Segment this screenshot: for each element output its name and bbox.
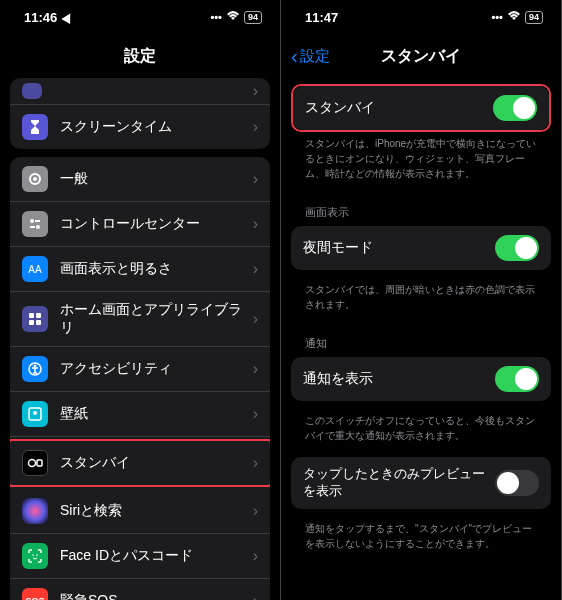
chevron-right-icon: › <box>253 502 258 520</box>
svg-rect-3 <box>35 220 40 222</box>
battery-icon: 94 <box>525 11 543 24</box>
show-notif-toggle[interactable] <box>495 366 539 392</box>
icon-partial <box>22 83 42 99</box>
row-faceid[interactable]: Face IDとパスコード › <box>10 534 270 579</box>
wifi-icon <box>226 11 240 23</box>
row-home[interactable]: ホーム画面とアプリライブラリ › <box>10 292 270 347</box>
settings-list[interactable]: › スクリーンタイム › 一般 › コン <box>0 78 280 600</box>
svg-rect-9 <box>29 320 34 325</box>
cellular-icon: ••• <box>210 11 222 23</box>
back-button[interactable]: ‹ 設定 <box>291 46 330 66</box>
clock: 11:47 <box>305 10 338 25</box>
chevron-right-icon: › <box>253 82 258 100</box>
standby-toggle[interactable] <box>493 95 537 121</box>
chevron-left-icon: ‹ <box>291 46 298 66</box>
row-preview-on-tap[interactable]: タップしたときのみプレビューを表示 <box>291 457 551 509</box>
svg-point-15 <box>29 460 36 467</box>
row-general[interactable]: 一般 › <box>10 157 270 202</box>
location-icon <box>62 11 75 24</box>
wifi-icon <box>507 11 521 23</box>
hourglass-icon <box>22 114 48 140</box>
status-bar: 11:46 ••• 94 <box>0 0 280 34</box>
row-night-mode[interactable]: 夜間モード <box>291 226 551 270</box>
svg-point-2 <box>30 219 34 223</box>
row-screentime[interactable]: スクリーンタイム › <box>10 105 270 149</box>
page-title: 設定 <box>124 46 156 67</box>
row-sos[interactable]: SOS 緊急SOS › <box>10 579 270 600</box>
row-partial[interactable]: › <box>10 78 270 105</box>
svg-text:AA: AA <box>28 264 42 275</box>
svg-rect-7 <box>29 313 34 318</box>
row-display[interactable]: AA 画面表示と明るさ › <box>10 247 270 292</box>
svg-rect-16 <box>37 460 42 466</box>
night-mode-toggle[interactable] <box>495 235 539 261</box>
cellular-icon: ••• <box>491 11 503 23</box>
row-show-notifications[interactable]: 通知を表示 <box>291 357 551 401</box>
chevron-right-icon: › <box>253 260 258 278</box>
svg-point-4 <box>36 225 40 229</box>
chevron-right-icon: › <box>253 405 258 423</box>
svg-point-18 <box>36 554 38 556</box>
section-display: 画面表示 <box>291 195 551 226</box>
chevron-right-icon: › <box>253 170 258 188</box>
chevron-right-icon: › <box>253 592 258 600</box>
gear-icon <box>22 166 48 192</box>
svg-point-12 <box>34 365 37 368</box>
row-standby[interactable]: スタンバイ › <box>10 439 270 487</box>
svg-point-14 <box>33 411 37 415</box>
standby-footer: スタンバイは、iPhoneが充電中で横向きになっているときにオンになり、ウィジェ… <box>291 132 551 195</box>
battery-icon: 94 <box>244 11 262 24</box>
svg-rect-10 <box>36 320 41 325</box>
settings-screen: 11:46 ••• 94 設定 › スクリー <box>0 0 281 600</box>
preview-footer: 通知をタップするまで、"スタンバイ"でプレビューを表示しないようにすることができ… <box>291 517 551 565</box>
night-footer: スタンバイでは、周囲が暗いときは赤の色調で表示されます。 <box>291 278 551 326</box>
row-standby-toggle[interactable]: スタンバイ <box>293 86 549 130</box>
chevron-right-icon: › <box>253 547 258 565</box>
navbar: ‹ 設定 スタンバイ <box>281 34 561 78</box>
standby-icon <box>22 450 48 476</box>
standby-list[interactable]: スタンバイ スタンバイは、iPhoneが充電中で横向きになっているときにオンにな… <box>281 78 561 600</box>
sliders-icon <box>22 211 48 237</box>
row-control-center[interactable]: コントロールセンター › <box>10 202 270 247</box>
accessibility-icon <box>22 356 48 382</box>
page-title: スタンバイ <box>381 46 461 67</box>
row-siri[interactable]: Siriと検索 › <box>10 489 270 534</box>
svg-point-17 <box>32 554 34 556</box>
standby-settings-screen: 11:47 ••• 94 ‹ 設定 スタンバイ スタンバイ <box>281 0 562 600</box>
row-wallpaper[interactable]: 壁紙 › <box>10 392 270 437</box>
chevron-right-icon: › <box>253 118 258 136</box>
section-notifications: 通知 <box>291 326 551 357</box>
grid-icon <box>22 306 48 332</box>
preview-toggle[interactable] <box>495 470 539 496</box>
show-notif-footer: このスイッチがオフになっていると、今後もスタンバイで重大な通知が表示されます。 <box>291 409 551 457</box>
svg-rect-8 <box>36 313 41 318</box>
status-bar: 11:47 ••• 94 <box>281 0 561 34</box>
chevron-right-icon: › <box>253 454 258 472</box>
svg-point-1 <box>33 177 37 181</box>
navbar: 設定 <box>0 34 280 78</box>
sos-icon: SOS <box>22 588 48 600</box>
chevron-right-icon: › <box>253 360 258 378</box>
chevron-right-icon: › <box>253 215 258 233</box>
siri-icon <box>22 498 48 524</box>
faceid-icon <box>22 543 48 569</box>
clock: 11:46 <box>24 10 57 25</box>
row-accessibility[interactable]: アクセシビリティ › <box>10 347 270 392</box>
brightness-icon: AA <box>22 256 48 282</box>
wallpaper-icon <box>22 401 48 427</box>
svg-rect-5 <box>30 226 35 228</box>
chevron-right-icon: › <box>253 310 258 328</box>
